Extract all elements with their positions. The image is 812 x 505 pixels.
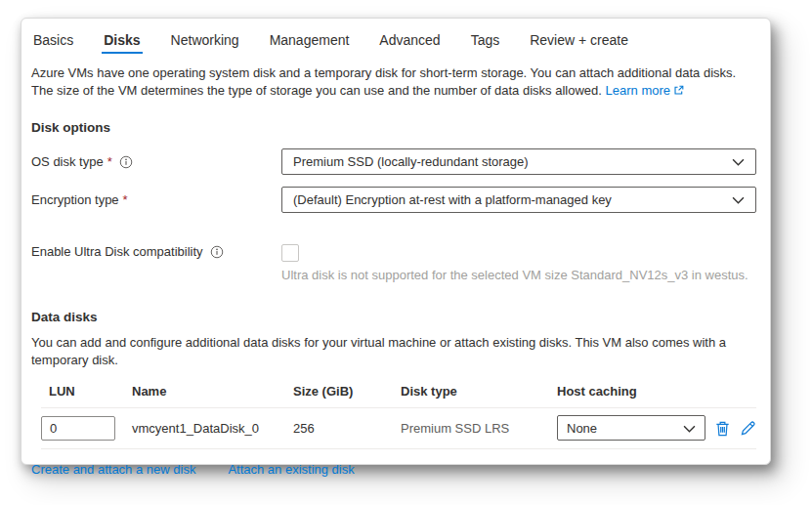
wizard-tabs: Basics Disks Networking Management Advan… — [31, 27, 756, 57]
os-disk-type-value: Premium SSD (locally-redundant storage) — [293, 154, 529, 169]
edit-disk-icon[interactable] — [740, 420, 756, 437]
disk-type-cell: Premium SSD LRS — [401, 421, 557, 436]
lun-input[interactable] — [41, 416, 115, 441]
ultra-disk-row: Enable Ultra Disk compatibility Ultra di… — [31, 244, 756, 283]
chevron-down-icon — [683, 421, 696, 436]
encryption-type-dropdown[interactable]: (Default) Encryption at-rest with a plat… — [281, 187, 756, 213]
ultra-disk-label-text: Enable Ultra Disk compatibility — [31, 244, 203, 259]
os-disk-type-dropdown[interactable]: Premium SSD (locally-redundant storage) — [281, 148, 756, 175]
data-disks-description: You can add and configure additional dat… — [31, 334, 756, 369]
external-link-icon — [673, 83, 684, 101]
host-caching-dropdown[interactable]: None — [557, 415, 705, 441]
host-caching-cell: None — [557, 415, 756, 441]
tab-management[interactable]: Management — [268, 27, 352, 57]
encryption-type-label-text: Encryption type — [31, 192, 119, 207]
ultra-disk-checkbox[interactable] — [281, 244, 299, 262]
ultra-disk-note: Ultra disk is not supported for the sele… — [281, 267, 756, 283]
column-header-host-caching: Host caching — [557, 384, 756, 399]
chevron-down-icon — [732, 192, 745, 207]
intro-text: Azure VMs have one operating system disk… — [31, 64, 756, 101]
table-header-row: LUN Name Size (GiB) Disk type Host cachi… — [41, 384, 756, 408]
ultra-disk-label: Enable Ultra Disk compatibility — [31, 244, 281, 259]
data-disks-table: LUN Name Size (GiB) Disk type Host cachi… — [41, 384, 756, 449]
table-row: vmcyent1_DataDisk_0 256 Premium SSD LRS … — [41, 408, 756, 449]
column-header-disk-type: Disk type — [401, 384, 557, 399]
tab-tags[interactable]: Tags — [469, 27, 502, 57]
panel-content: Basics Disks Networking Management Advan… — [21, 19, 770, 477]
attach-existing-disk-link[interactable]: Attach an existing disk — [228, 462, 354, 477]
column-header-size: Size (GiB) — [293, 384, 401, 399]
info-icon[interactable] — [210, 245, 224, 259]
tab-networking[interactable]: Networking — [169, 27, 241, 57]
encryption-type-label: Encryption type * — [31, 192, 281, 207]
disk-size-cell: 256 — [293, 421, 401, 436]
info-icon[interactable] — [119, 155, 133, 169]
create-new-disk-link[interactable]: Create and attach a new disk — [31, 462, 195, 477]
tab-basics[interactable]: Basics — [31, 27, 75, 57]
required-asterisk: * — [123, 192, 128, 207]
data-disks-heading: Data disks — [31, 310, 756, 324]
learn-more-label: Learn more — [606, 83, 670, 98]
encryption-type-row: Encryption type * (Default) Encryption a… — [31, 187, 756, 213]
tab-disks[interactable]: Disks — [102, 27, 142, 57]
os-disk-type-label-text: OS disk type — [31, 154, 104, 169]
disk-name-cell: vmcyent1_DataDisk_0 — [132, 421, 293, 436]
column-header-lun: LUN — [41, 384, 132, 399]
os-disk-type-row: OS disk type * Premium SSD (locally-redu… — [31, 148, 756, 175]
ultra-disk-control: Ultra disk is not supported for the sele… — [281, 244, 756, 283]
required-asterisk: * — [107, 154, 112, 169]
lun-cell — [41, 416, 132, 441]
tab-advanced[interactable]: Advanced — [377, 27, 442, 57]
column-header-name: Name — [132, 384, 293, 399]
disk-action-links: Create and attach a new disk Attach an e… — [31, 462, 756, 477]
tab-review-create[interactable]: Review + create — [528, 27, 630, 57]
host-caching-value: None — [567, 421, 597, 436]
chevron-down-icon — [732, 154, 745, 169]
encryption-type-value: (Default) Encryption at-rest with a plat… — [293, 192, 612, 207]
learn-more-link[interactable]: Learn more — [606, 83, 684, 98]
disks-tab-panel: Basics Disks Networking Management Advan… — [21, 18, 771, 465]
disk-options-heading: Disk options — [31, 120, 756, 135]
delete-disk-icon[interactable] — [714, 420, 731, 437]
os-disk-type-label: OS disk type * — [31, 154, 281, 169]
